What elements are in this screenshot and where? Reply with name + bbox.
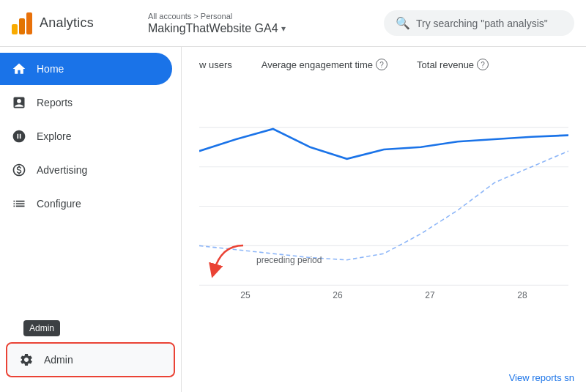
main-layout: Home Reports Explore Advertising (0, 47, 586, 392)
account-name: MakingThatWebsite GA4 (148, 22, 278, 35)
x-label-26: 26 (333, 290, 342, 300)
search-icon: 🔍 (396, 16, 410, 30)
app-header: Analytics All accounts > Personal Making… (0, 0, 586, 47)
red-arrow-annotation (207, 242, 251, 278)
sidebar-item-reports[interactable]: Reports (0, 86, 172, 119)
sidebar-item-home[interactable]: Home (0, 53, 172, 85)
admin-border-highlight: Admin (6, 342, 175, 377)
account-name-row: MakingThatWebsite GA4 ▾ (148, 22, 294, 35)
reports-icon (12, 95, 26, 110)
advertising-icon (12, 163, 26, 177)
admin-tooltip-area: Admin (0, 320, 181, 342)
logo-bar-1 (12, 24, 18, 34)
logo-bar-3 (26, 12, 32, 34)
metric-new-users-label: w users (199, 59, 232, 70)
metric-engagement: Average engagement time ? (262, 59, 387, 70)
sidebar-item-admin-label: Admin (44, 354, 73, 366)
analytics-logo-icon (12, 12, 32, 34)
sidebar-item-advertising-label: Advertising (37, 164, 87, 176)
app-title: Analytics (40, 15, 94, 31)
preceding-period-row: preceding period (207, 242, 322, 278)
sidebar-item-configure[interactable]: Configure (0, 188, 172, 220)
sidebar-item-advertising[interactable]: Advertising (0, 154, 172, 186)
sidebar: Home Reports Explore Advertising (0, 47, 182, 392)
x-label-25: 25 (240, 290, 250, 300)
admin-tooltip: Admin (23, 320, 60, 336)
account-selector[interactable]: All accounts > Personal MakingThatWebsit… (141, 8, 302, 37)
sidebar-item-explore[interactable]: Explore (0, 120, 172, 152)
metric-engagement-label: Average engagement time (262, 59, 373, 70)
logo-area: Analytics (12, 12, 129, 34)
metric-revenue: Total revenue ? (417, 59, 489, 70)
metric-new-users: w users (199, 59, 232, 70)
search-bar[interactable]: 🔍 Try searching "path analysis" (384, 10, 574, 36)
search-placeholder-text: Try searching "path analysis" (416, 18, 548, 29)
engagement-help-icon[interactable]: ? (376, 59, 387, 70)
view-reports-link[interactable]: View reports sn (509, 372, 574, 383)
x-label-27: 27 (425, 290, 434, 300)
chart-area: 25 26 27 28 preceding period (199, 88, 568, 293)
configure-icon (12, 196, 26, 211)
home-icon (12, 62, 26, 76)
solid-line (199, 129, 568, 159)
metric-revenue-label: Total revenue (417, 59, 474, 70)
x-label-28: 28 (517, 290, 527, 300)
preceding-period-label: preceding period (256, 255, 322, 265)
explore-icon (12, 129, 26, 144)
sidebar-item-reports-label: Reports (37, 97, 73, 108)
sidebar-item-explore-label: Explore (37, 130, 71, 142)
sidebar-item-configure-label: Configure (37, 198, 81, 210)
chevron-down-icon: ▾ (281, 23, 286, 34)
logo-bar-2 (19, 18, 25, 34)
admin-gear-icon (19, 352, 34, 367)
account-breadcrumb: All accounts > Personal (148, 11, 294, 21)
content-area: w users Average engagement time ? Total … (182, 47, 586, 392)
sidebar-item-home-label: Home (37, 63, 64, 75)
sidebar-item-admin[interactable]: Admin (7, 344, 174, 376)
revenue-help-icon[interactable]: ? (477, 59, 489, 70)
metrics-row: w users Average engagement time ? Total … (199, 59, 568, 76)
